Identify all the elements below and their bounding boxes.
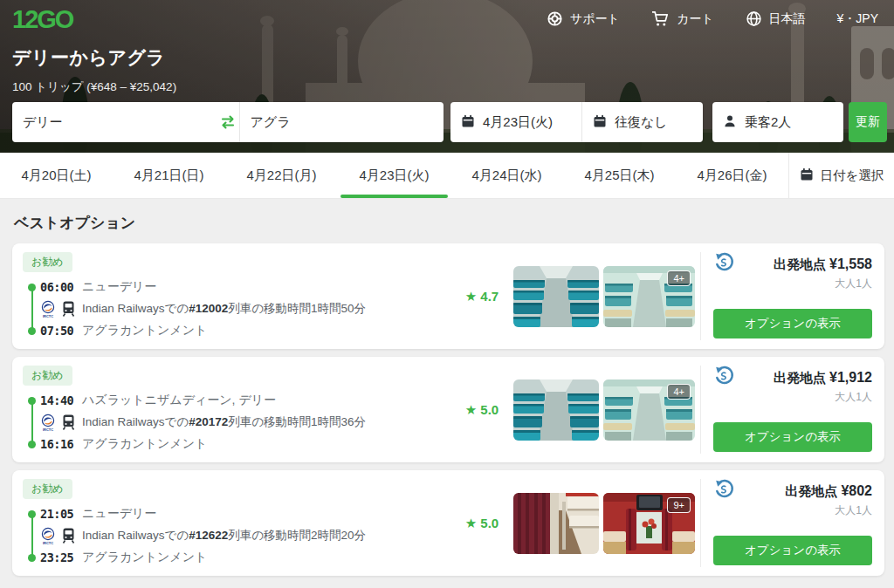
departure-station: ハズラットニザムディーン, デリー — [82, 393, 276, 408]
operator-row: IRCTC Indian Railwaysでの#20172列車の移動時間1時間3… — [40, 411, 456, 434]
card-divider — [700, 366, 701, 454]
top-navigation: サポート カート — [547, 10, 878, 27]
tab-date-0[interactable]: 4月20日(土) — [0, 153, 113, 198]
recommended-badge: お勧め — [23, 479, 72, 499]
page-title: デリーからアグラ — [12, 45, 894, 70]
date-field[interactable]: 4月23日(火) — [450, 102, 581, 142]
tab-date-1[interactable]: 4月21日(日) — [113, 153, 225, 198]
recommended-badge: お勧め — [23, 366, 72, 386]
arrival-row: 16:16 アグラカントンメント — [40, 434, 456, 455]
section-title: ベストオプション — [14, 213, 884, 233]
operator-description: Indian Railwaysでの#12622列車の移動時間2時間20分 — [82, 528, 366, 544]
trip-card-3: お勧め 21:05 ニューデリー IRCTC — [12, 470, 884, 576]
logo-12go[interactable]: 12GO — [12, 3, 72, 35]
rating-value: 5.0 — [480, 402, 499, 417]
update-search-button[interactable]: 更新 — [849, 102, 887, 142]
svg-text:IRCTC: IRCTC — [43, 427, 53, 432]
price: 出発地点 ¥802 — [785, 483, 872, 500]
timeline-line — [31, 287, 33, 331]
passenger-count: 大人1人 — [774, 390, 872, 405]
swap-direction-icon[interactable] — [217, 113, 239, 132]
cart-icon — [651, 10, 670, 27]
tab-date-2[interactable]: 4月22日(月) — [225, 153, 338, 198]
price: 出発地点 ¥1,558 — [774, 256, 872, 273]
rating: ★ 5.0 — [456, 402, 508, 418]
tab-date-4[interactable]: 4月24日(水) — [450, 153, 563, 198]
operator-row: IRCTC Indian Railwaysでの#12002列車の移動時間1時間5… — [40, 297, 456, 320]
more-photos-badge: 9+ — [667, 497, 691, 513]
results-list: ベストオプション お勧め 06:00 ニューデリー — [0, 213, 894, 576]
train-icon — [60, 527, 77, 544]
departure-time: 06:00 — [40, 280, 82, 294]
trip-photo-1[interactable] — [513, 379, 599, 441]
train-icon — [60, 300, 77, 318]
star-icon: ★ — [465, 516, 477, 531]
search-bar: デリー アグラ — [12, 102, 887, 142]
timeline-dot — [28, 441, 36, 448]
irctc-logo-icon: IRCTC — [40, 300, 56, 318]
tab-date-5[interactable]: 4月25日(木) — [563, 153, 676, 198]
timeline-dot — [28, 284, 36, 291]
date-tabs: 4月20日(土) 4月21日(日) 4月22日(月) 4月23日(火) 4月24… — [0, 153, 894, 199]
trip-photo-1[interactable] — [513, 493, 599, 554]
operator-description: Indian Railwaysでの#12002列車の移動時間1時間50分 — [82, 301, 366, 317]
timeline-dot — [28, 397, 36, 405]
arrival-row: 07:50 アグラカントンメント — [40, 320, 456, 341]
irctc-logo-icon: IRCTC — [40, 414, 56, 432]
calendar-icon — [800, 168, 814, 184]
show-options-button[interactable]: オプションの表示 — [713, 309, 872, 338]
departure-station: ニューデリー — [82, 506, 156, 522]
nav-support[interactable]: サポート — [547, 10, 620, 27]
nav-currency[interactable]: ¥・JPY — [837, 11, 878, 27]
origin-input[interactable]: デリー — [12, 102, 217, 142]
timeline-dot — [28, 327, 36, 335]
nav-cart[interactable]: カート — [651, 10, 714, 27]
timeline-dot — [28, 554, 36, 562]
departure-row: 06:00 ニューデリー — [40, 277, 456, 297]
destination-input[interactable]: アグラ — [240, 102, 444, 142]
tab-date-3-active[interactable]: 4月23日(火) — [338, 153, 450, 198]
passenger-count: 大人1人 — [774, 277, 872, 291]
train-icon — [60, 414, 77, 431]
card-divider — [700, 252, 701, 340]
return-trip-field[interactable]: 往復なし — [582, 102, 703, 142]
show-options-button[interactable]: オプションの表示 — [713, 422, 872, 452]
operator-row: IRCTC Indian Railwaysでの#12622列車の移動時間2時間2… — [40, 524, 456, 547]
tab-date-6[interactable]: 4月26日(金) — [676, 153, 788, 198]
trip-photo-2[interactable]: 9+ — [603, 493, 695, 554]
rating-value: 5.0 — [480, 516, 499, 530]
calendar-icon — [461, 114, 475, 131]
refund-policy-icon — [713, 366, 734, 386]
arrival-time: 23:25 — [40, 550, 82, 564]
show-options-button[interactable]: オプションの表示 — [713, 536, 872, 565]
trip-card-2: お勧め 14:40 ハズラットニザムディーン, デリー IRCTC — [12, 357, 884, 462]
itinerary: 06:00 ニューデリー IRCTC — [23, 277, 456, 341]
timeline-line — [31, 400, 33, 444]
support-lifebuoy-icon — [547, 10, 563, 27]
svg-text:IRCTC: IRCTC — [43, 314, 53, 318]
timeline-line — [31, 514, 33, 557]
trip-photo-2[interactable]: 4+ — [603, 266, 695, 327]
trip-photo-2[interactable]: 4+ — [603, 379, 695, 441]
star-icon: ★ — [465, 402, 477, 418]
itinerary: 14:40 ハズラットニザムディーン, デリー IRCTC — [23, 390, 456, 455]
nav-language[interactable]: 日本語 — [746, 10, 806, 27]
globe-icon — [746, 10, 762, 27]
arrival-station: アグラカントンメント — [82, 550, 207, 565]
departure-time: 14:40 — [40, 393, 82, 407]
passenger-count: 大人1人 — [785, 503, 872, 518]
departure-row: 14:40 ハズラットニザムディーン, デリー — [40, 390, 456, 411]
arrival-row: 23:25 アグラカントンメント — [40, 547, 456, 568]
select-date-button[interactable]: 日付を選択 — [788, 153, 894, 198]
star-icon: ★ — [465, 289, 477, 304]
trip-photo-1[interactable] — [513, 266, 599, 327]
person-icon — [723, 114, 737, 131]
passengers-field[interactable]: 乗客2人 — [712, 102, 843, 142]
calendar-icon — [593, 114, 607, 131]
card-divider — [700, 479, 701, 567]
svg-text:IRCTC: IRCTC — [43, 541, 53, 545]
rating-value: 4.7 — [480, 289, 499, 304]
departure-station: ニューデリー — [82, 279, 156, 295]
more-photos-badge: 4+ — [667, 270, 691, 286]
arrival-station: アグラカントンメント — [82, 436, 207, 452]
